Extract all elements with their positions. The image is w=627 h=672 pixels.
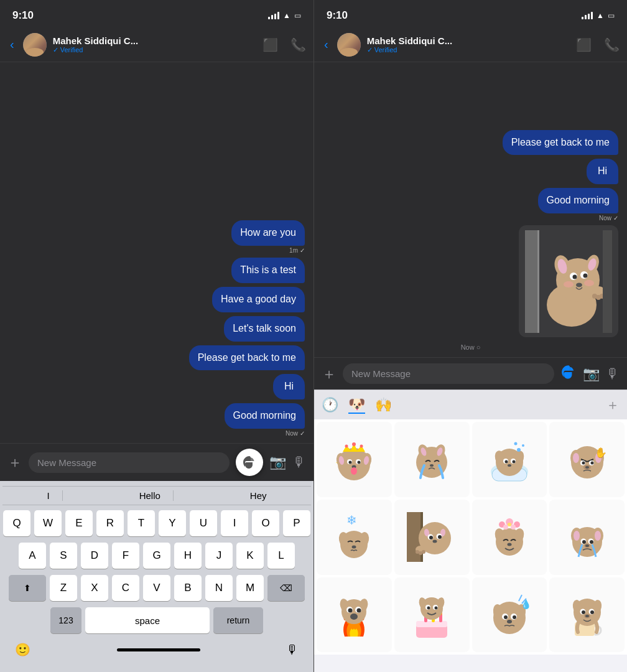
svg-point-9 (573, 274, 577, 279)
back-button-left[interactable]: ‹ (7, 35, 17, 54)
r-message-bubble-2: Hi (587, 159, 618, 184)
camera-button-right[interactable]: 📷 (583, 366, 600, 382)
key-G[interactable]: G (143, 543, 170, 569)
key-W[interactable]: W (34, 510, 62, 536)
sticker-button-left[interactable] (236, 449, 263, 476)
sticker-button-right[interactable] (560, 364, 577, 384)
key-D[interactable]: D (81, 543, 108, 569)
autocomplete-word-3[interactable]: Hey (238, 490, 279, 501)
sticker-7[interactable] (472, 500, 547, 575)
add-button-right[interactable]: ＋ (322, 364, 337, 384)
message-bubble-3: Have a good day (212, 287, 305, 312)
key-V[interactable]: V (143, 575, 170, 601)
sticker-9[interactable] (317, 577, 392, 653)
space-key[interactable]: space (85, 607, 210, 633)
mic-button-right[interactable]: 🎙 (606, 366, 620, 382)
svg-point-67 (590, 462, 593, 465)
svg-point-152 (590, 610, 594, 614)
key-I[interactable]: I (221, 510, 248, 536)
emoji-key[interactable]: 🙂 (15, 642, 30, 657)
contact-info-right: Mahek Siddiqui C... ✓ Verified (367, 35, 570, 54)
key-H[interactable]: H (174, 543, 202, 569)
video-call-icon-left[interactable]: ⬛ (262, 37, 278, 52)
key-C[interactable]: C (112, 575, 139, 601)
keyboard-row-4: 123 space return (2, 607, 311, 633)
delete-key[interactable]: ⌫ (267, 575, 305, 601)
svg-point-87 (433, 540, 437, 543)
message-input-right[interactable]: New Message (343, 363, 554, 384)
back-button-right[interactable]: ‹ (322, 35, 331, 54)
sticker-meta: Now ○ (323, 343, 618, 351)
sticker-5[interactable]: ❄ (317, 500, 392, 575)
key-P[interactable]: P (283, 510, 310, 536)
voice-key[interactable]: 🎙 (286, 643, 299, 657)
key-K[interactable]: K (236, 543, 264, 569)
video-call-icon-right[interactable]: ⬛ (576, 37, 592, 52)
key-T[interactable]: T (128, 510, 155, 536)
wifi-icon: ▲ (283, 11, 290, 20)
sticker-11[interactable]: 💧 (472, 577, 547, 653)
sticker-10[interactable] (394, 577, 470, 653)
svg-point-66 (582, 462, 585, 465)
svg-point-109 (582, 540, 586, 544)
key-M[interactable]: M (236, 575, 264, 601)
contact-name-left: Mahek Siddiqui C... (53, 35, 256, 46)
key-U[interactable]: U (190, 510, 217, 536)
sticker-8[interactable] (549, 500, 625, 575)
key-N[interactable]: N (205, 575, 233, 601)
return-key[interactable]: return (213, 607, 263, 633)
key-O[interactable]: O (252, 510, 279, 536)
key-B[interactable]: B (174, 575, 202, 601)
phone-icon-left[interactable]: 📞 (290, 37, 306, 52)
mic-button-left[interactable]: 🎙 (292, 454, 306, 470)
sticker-3[interactable] (472, 422, 547, 497)
input-bar-left: ＋ New Message 📷 🎙 (0, 443, 314, 481)
svg-point-24 (345, 445, 348, 448)
chat-header-left: ‹ Mahek Siddiqui C... ✓ Verified ⬛ 📞 (0, 27, 314, 62)
key-E[interactable]: E (65, 510, 93, 536)
svg-point-13 (584, 280, 594, 286)
status-bar-right: 9:10 ▲ ▭ (314, 0, 627, 27)
autocomplete-word-2[interactable]: Hello (127, 490, 174, 501)
sticker-1[interactable]: ✦ ✦ (317, 422, 392, 497)
numbers-key[interactable]: 123 (50, 607, 81, 633)
phone-icon-right[interactable]: 📞 (604, 37, 620, 52)
sticker-tab-dog[interactable]: 🐶 (348, 396, 365, 414)
message-input-left[interactable]: New Message (29, 452, 230, 473)
status-time-left: 9:10 (12, 9, 34, 22)
camera-button-left[interactable]: 📷 (269, 454, 286, 470)
key-X[interactable]: X (81, 575, 108, 601)
verified-badge-right: ✓ Verified (367, 46, 570, 54)
key-A[interactable]: A (19, 543, 46, 569)
key-Q[interactable]: Q (3, 510, 30, 536)
message-meta-1: 1m ✓ (9, 247, 305, 254)
sticker-4[interactable]: ✋ (549, 422, 625, 497)
svg-point-51 (514, 442, 517, 446)
chat-header-right: ‹ Mahek Siddiqui C... ✓ Verified ⬛ 📞 (314, 27, 627, 62)
sticker-2[interactable] (394, 422, 470, 497)
svg-point-31 (351, 467, 357, 475)
sticker-tab-recent[interactable]: 🕐 (322, 397, 338, 413)
key-F[interactable]: F (112, 543, 139, 569)
keyboard-left: I Hello Hey Q W E R T Y U I O P A S D F … (0, 481, 314, 672)
sticker-tab-hands[interactable]: 🙌 (375, 397, 392, 413)
status-bar-left: 9:10 ▲ ▭ (0, 0, 314, 27)
key-Z[interactable]: Z (50, 575, 77, 601)
autocomplete-word-1[interactable]: I (34, 490, 62, 501)
svg-point-118 (348, 608, 353, 612)
add-button-left[interactable]: ＋ (7, 452, 22, 472)
key-Y[interactable]: Y (159, 510, 186, 536)
key-R[interactable]: R (96, 510, 124, 536)
key-L[interactable]: L (267, 543, 295, 569)
shift-key[interactable]: ⬆ (9, 575, 46, 601)
sticker-12[interactable] (549, 577, 625, 653)
svg-point-106 (595, 531, 601, 541)
sticker-tab-add-button[interactable]: ＋ (606, 396, 620, 414)
svg-point-154 (585, 615, 589, 617)
status-icons-right: ▲ ▭ (582, 11, 615, 20)
key-J[interactable]: J (205, 543, 233, 569)
sticker-6[interactable] (394, 500, 470, 575)
autocomplete-row: I Hello Hey (2, 486, 311, 505)
key-S[interactable]: S (50, 543, 77, 569)
dog-sticker-svg (525, 230, 612, 333)
